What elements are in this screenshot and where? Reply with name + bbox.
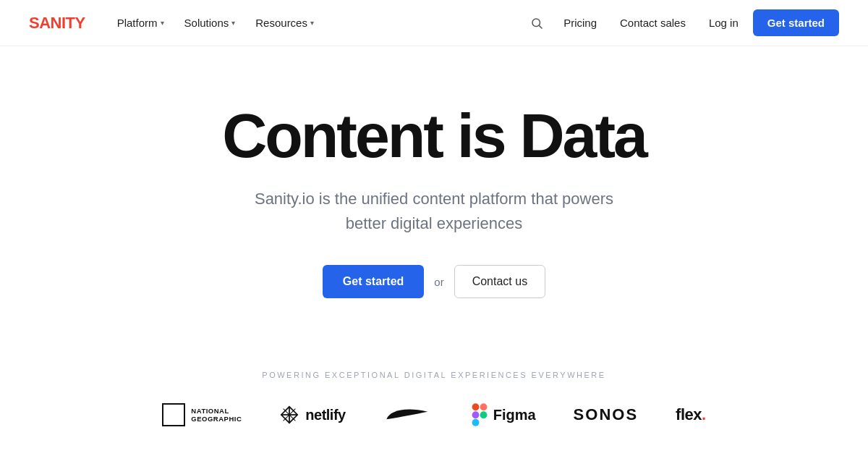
svg-line-1: [540, 25, 542, 28]
nav-resources[interactable]: Resources ▾: [247, 11, 323, 35]
search-icon: [530, 17, 543, 30]
nav-contact-sales[interactable]: Contact sales: [611, 11, 694, 35]
nav-pricing[interactable]: Pricing: [555, 11, 605, 35]
svg-point-11: [480, 412, 487, 419]
chevron-down-icon: ▾: [310, 19, 314, 27]
natgeo-rect-icon: [162, 403, 185, 426]
nav-right: Pricing Contact sales Log in Get started: [524, 9, 839, 36]
nav-login[interactable]: Log in: [700, 11, 747, 35]
flex-wordmark: flex.: [676, 405, 706, 424]
netlify-logo: netlify: [279, 405, 345, 425]
svg-rect-7: [472, 404, 479, 411]
get-started-nav-button[interactable]: Get started: [753, 9, 839, 36]
figma-wordmark: Figma: [493, 407, 536, 423]
hero-subtitle: Sanity.io is the unified content platfor…: [246, 187, 622, 236]
hero-cta: Get started or Contact us: [323, 265, 545, 298]
chevron-down-icon: ▾: [161, 19, 164, 27]
chevron-down-icon: ▾: [231, 19, 235, 27]
svg-rect-9: [472, 412, 479, 419]
logos-section: POWERING EXCEPTIONAL DIGITAL EXPERIENCES…: [0, 342, 868, 442]
nike-logo: [383, 405, 434, 425]
svg-rect-8: [480, 404, 487, 411]
sonos-logo: SONOS: [574, 405, 638, 424]
natgeo-wordmark: NATIONAL GEOGRAPHIC: [191, 407, 242, 423]
get-started-hero-button[interactable]: Get started: [323, 265, 424, 298]
netlify-wordmark: netlify: [305, 407, 345, 423]
logos-tagline: POWERING EXCEPTIONAL DIGITAL EXPERIENCES…: [262, 371, 605, 379]
flex-logo: flex.: [676, 405, 706, 424]
nike-swoosh-icon: [383, 405, 434, 425]
svg-point-0: [532, 19, 540, 27]
logos-row: NATIONAL GEOGRAPHIC netlify: [162, 402, 705, 427]
netlify-icon: [279, 405, 299, 425]
navbar: SANITY Platform ▾ Solutions ▾ Resources …: [0, 0, 868, 46]
nav-links: Platform ▾ Solutions ▾ Resources ▾: [109, 11, 524, 35]
sonos-wordmark: SONOS: [574, 405, 638, 424]
logo-text: SANITY: [29, 14, 85, 33]
hero-title: Content is Data: [222, 104, 646, 166]
nav-platform[interactable]: Platform ▾: [109, 11, 173, 35]
svg-rect-10: [472, 419, 479, 426]
nav-solutions[interactable]: Solutions ▾: [176, 11, 244, 35]
or-text: or: [434, 276, 443, 288]
natgeo-logo: NATIONAL GEOGRAPHIC: [162, 403, 242, 426]
figma-icon: [472, 402, 488, 427]
hero-section: Content is Data Sanity.io is the unified…: [0, 46, 868, 342]
contact-us-button[interactable]: Contact us: [454, 265, 545, 298]
logo[interactable]: SANITY: [29, 14, 85, 33]
figma-logo: Figma: [472, 402, 536, 427]
search-button[interactable]: [524, 11, 549, 35]
